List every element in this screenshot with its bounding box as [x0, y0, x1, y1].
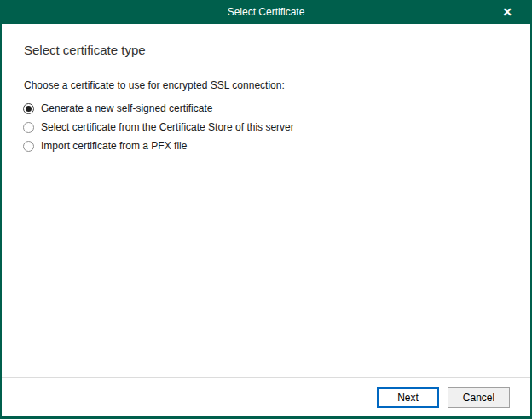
option-label: Import certificate from a PFX file — [41, 140, 187, 152]
cancel-button[interactable]: Cancel — [448, 387, 510, 408]
option-label: Generate a new self-signed certificate — [41, 102, 212, 114]
select-certificate-dialog: Select Certificate ✕ Select certificate … — [0, 0, 532, 419]
option-select-from-store[interactable]: Select certificate from the Certificate … — [23, 118, 294, 137]
titlebar: Select Certificate ✕ — [0, 0, 532, 24]
radio-icon[interactable] — [23, 103, 34, 114]
prompt-text: Choose a certificate to use for encrypte… — [24, 79, 285, 91]
option-import-pfx[interactable]: Import certificate from a PFX file — [23, 137, 294, 155]
option-label: Select certificate from the Certificate … — [41, 121, 294, 133]
dialog-footer: Next Cancel — [2, 377, 530, 416]
certificate-type-options: Generate a new self-signed certificate S… — [23, 99, 294, 155]
next-button[interactable]: Next — [377, 387, 439, 408]
dialog-content: Select certificate type Choose a certifi… — [2, 24, 530, 377]
page-title: Select certificate type — [24, 43, 146, 57]
radio-icon[interactable] — [23, 141, 34, 152]
window-title: Select Certificate — [0, 0, 532, 24]
radio-icon[interactable] — [23, 122, 34, 133]
close-icon: ✕ — [502, 6, 512, 18]
close-button[interactable]: ✕ — [489, 0, 525, 24]
option-generate-self-signed[interactable]: Generate a new self-signed certificate — [23, 99, 294, 118]
